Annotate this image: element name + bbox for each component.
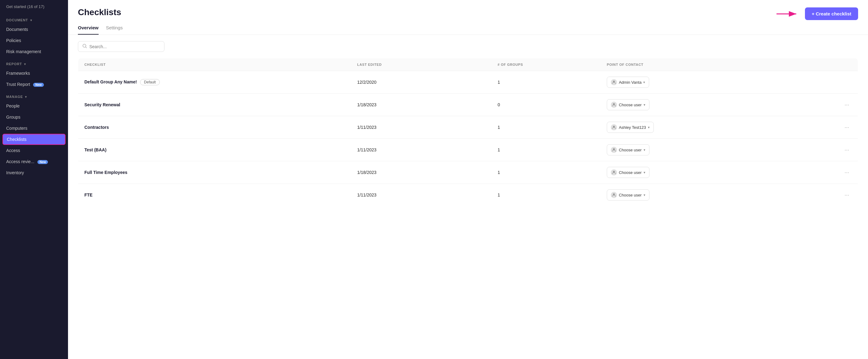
sidebar-section-document: DOCUMENT ▾ (0, 13, 68, 24)
checklist-name: Security Renewal (84, 102, 120, 107)
contact-label: Ashley Test123 (619, 125, 646, 130)
sidebar-section-report: REPORT ▾ (0, 57, 68, 68)
contact-chevron-icon: ▾ (643, 80, 645, 84)
last-edited-cell: 1/11/2023 (351, 184, 492, 206)
sidebar-get-started[interactable]: Get started (16 of 17) (0, 0, 68, 13)
col-header-checklist: CHECKLIST (78, 58, 351, 71)
contact-chevron-icon: ▾ (644, 170, 645, 174)
table-row: Security Renewal1/18/20230 Choose user ▾… (78, 94, 858, 116)
more-options-button[interactable]: ··· (842, 191, 851, 200)
table-row: Full Time Employees1/18/20231 Choose use… (78, 161, 858, 184)
last-edited-cell: 1/18/2023 (351, 161, 492, 184)
contact-chevron-icon: ▾ (644, 103, 645, 107)
sidebar: Get started (16 of 17) DOCUMENT ▾ Docume… (0, 0, 68, 359)
sidebar-item-documents[interactable]: Documents (0, 24, 68, 35)
contact-chevron-icon: ▾ (644, 148, 645, 152)
user-avatar-icon (611, 147, 617, 153)
more-options-button[interactable]: ··· (842, 168, 851, 177)
more-options-button[interactable]: ··· (842, 123, 851, 132)
report-chevron-icon: ▾ (24, 62, 26, 66)
last-edited-cell: 1/11/2023 (351, 116, 492, 139)
arrow-indicator (775, 9, 800, 19)
svg-line-3 (86, 47, 87, 48)
tab-settings[interactable]: Settings (106, 25, 123, 35)
sidebar-item-people[interactable]: People (0, 100, 68, 111)
point-of-contact-button[interactable]: Choose user ▾ (607, 144, 649, 155)
checklist-name: Contractors (84, 125, 109, 130)
create-checklist-button[interactable]: + Create checklist (805, 7, 858, 20)
contact-chevron-icon: ▾ (644, 193, 645, 197)
col-header-num-groups: # OF GROUPS (492, 58, 600, 71)
svg-point-4 (613, 80, 615, 83)
contact-label: Choose user (619, 103, 642, 107)
last-edited-cell: 1/18/2023 (351, 94, 492, 116)
checklist-name: FTE (84, 193, 92, 197)
num-groups-cell: 1 (492, 184, 600, 206)
num-groups-cell: 0 (492, 94, 600, 116)
header-right: + Create checklist (775, 7, 858, 20)
user-avatar-icon (611, 79, 617, 85)
last-edited-cell: 12/2/2020 (351, 71, 492, 94)
default-badge: Default (140, 79, 160, 85)
svg-point-5 (613, 103, 615, 105)
more-options-button[interactable]: ··· (842, 145, 851, 155)
table-row: Test (BAA)1/11/20231 Choose user ▾··· (78, 139, 858, 161)
contact-label: Choose user (619, 170, 642, 175)
point-of-contact-button[interactable]: Ashley Test123 ▾ (607, 122, 654, 133)
sidebar-item-access[interactable]: Access (0, 145, 68, 156)
sidebar-item-trust-report[interactable]: Trust Report New (0, 79, 68, 90)
point-of-contact-button[interactable]: Choose user ▾ (607, 99, 649, 110)
svg-point-9 (613, 193, 615, 195)
trust-report-badge: New (33, 83, 44, 87)
contact-label: Admin Vanta (619, 80, 642, 85)
page-header: Checklists + Create checklist (68, 0, 868, 20)
user-avatar-icon (611, 192, 617, 198)
content-area: CHECKLIST LAST EDITED # OF GROUPS POINT … (68, 35, 868, 359)
point-of-contact-button[interactable]: Choose user ▾ (607, 189, 649, 200)
contact-chevron-icon: ▾ (648, 125, 650, 129)
svg-point-8 (613, 171, 615, 173)
sidebar-item-access-review[interactable]: Access revie... New (0, 156, 68, 167)
num-groups-cell: 1 (492, 71, 600, 94)
point-of-contact-button[interactable]: Choose user ▾ (607, 167, 649, 178)
page-title: Checklists (78, 7, 121, 17)
num-groups-cell: 1 (492, 116, 600, 139)
search-icon (83, 44, 87, 49)
table-row: FTE1/11/20231 Choose user ▾··· (78, 184, 858, 206)
num-groups-cell: 1 (492, 161, 600, 184)
sidebar-item-risk-management[interactable]: Risk management (0, 46, 68, 57)
table-header-row: CHECKLIST LAST EDITED # OF GROUPS POINT … (78, 58, 858, 71)
sidebar-item-inventory[interactable]: Inventory (0, 167, 68, 178)
checklist-name: Test (BAA) (84, 148, 106, 152)
checklist-name: Default Group Any Name! (84, 79, 137, 84)
tab-overview[interactable]: Overview (78, 25, 99, 35)
table-row: Contractors1/11/20231 Ashley Test123 ▾··… (78, 116, 858, 139)
col-header-actions (803, 58, 858, 71)
last-edited-cell: 1/11/2023 (351, 139, 492, 161)
access-review-badge: New (37, 160, 48, 164)
col-header-point-of-contact: POINT OF CONTACT (600, 58, 803, 71)
user-avatar-icon (611, 169, 617, 175)
search-bar[interactable] (78, 41, 164, 52)
sidebar-item-checklists[interactable]: Checklists (2, 134, 65, 145)
main-content: Checklists + Create checklist Overview S… (68, 0, 868, 359)
sidebar-item-groups[interactable]: Groups (0, 111, 68, 123)
sidebar-section-manage: MANAGE ▾ (0, 90, 68, 100)
tabs-bar: Overview Settings (68, 20, 868, 35)
sidebar-item-computers[interactable]: Computers (0, 123, 68, 134)
search-input[interactable] (89, 44, 160, 49)
manage-chevron-icon: ▾ (25, 95, 27, 99)
sidebar-item-frameworks[interactable]: Frameworks (0, 68, 68, 79)
svg-point-7 (613, 148, 615, 150)
num-groups-cell: 1 (492, 139, 600, 161)
col-header-last-edited: LAST EDITED (351, 58, 492, 71)
sidebar-item-policies[interactable]: Policies (0, 35, 68, 46)
table-row: Default Group Any Name!Default12/2/20201… (78, 71, 858, 94)
svg-point-6 (613, 126, 615, 128)
checklist-name: Full Time Employees (84, 170, 127, 175)
contact-label: Choose user (619, 193, 642, 197)
user-avatar-icon (611, 102, 617, 108)
more-options-button[interactable]: ··· (842, 100, 851, 109)
document-chevron-icon: ▾ (30, 19, 32, 22)
point-of-contact-button[interactable]: Admin Vanta ▾ (607, 77, 649, 88)
